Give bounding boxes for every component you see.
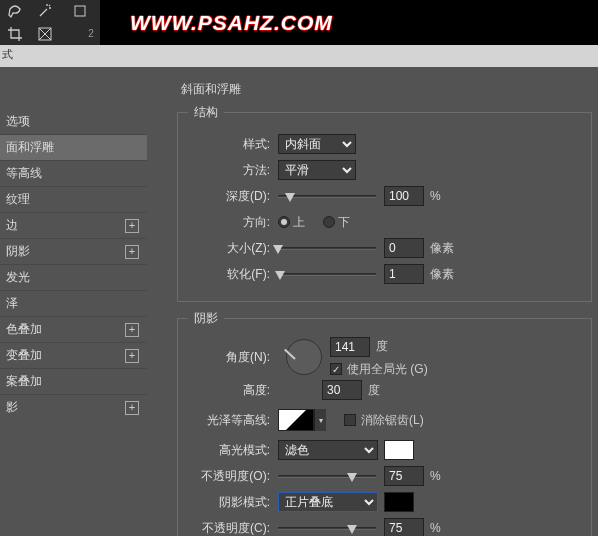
tool-number-indicator: 2 xyxy=(60,23,100,45)
sidebar-item-bevel[interactable]: 面和浮雕 xyxy=(0,134,147,160)
structure-group: 结构 样式: 内斜面 方法: 平滑 深度(D): % 方向: 上 下 xyxy=(177,104,592,302)
antialias-checkbox[interactable] xyxy=(344,414,356,426)
depth-slider[interactable] xyxy=(278,189,376,203)
angle-dial[interactable] xyxy=(286,339,322,375)
angle-unit: 度 xyxy=(376,338,388,355)
technique-select[interactable]: 平滑 xyxy=(278,160,356,180)
sidebar-item-innershadow[interactable]: 阴影+ xyxy=(0,238,147,264)
highlight-color-swatch[interactable] xyxy=(384,440,414,460)
tool-palette: 2 xyxy=(0,0,100,45)
top-toolbar: 2 WWW.PSAHZ.COM xyxy=(0,0,598,45)
global-light-label: 使用全局光 (G) xyxy=(347,361,428,378)
shadow-opacity-label: 不透明度(C): xyxy=(188,520,270,537)
lasso-icon[interactable] xyxy=(0,0,30,22)
shadow-mode-select[interactable]: 正片叠底 xyxy=(278,492,378,512)
direction-down-label: 下 xyxy=(338,214,350,231)
global-light-checkbox[interactable] xyxy=(330,363,342,375)
soften-unit: 像素 xyxy=(430,266,454,283)
size-slider[interactable] xyxy=(278,241,376,255)
slice-icon[interactable] xyxy=(30,23,60,45)
banner-text: WWW.PSAHZ.COM xyxy=(130,11,333,35)
direction-up-label: 上 xyxy=(293,214,305,231)
structure-legend: 结构 xyxy=(188,104,224,121)
panel-title: 斜面和浮雕 xyxy=(181,81,592,98)
soften-label: 软化(F): xyxy=(188,266,270,283)
plus-icon[interactable]: + xyxy=(125,245,139,259)
plus-icon[interactable]: + xyxy=(125,219,139,233)
antialias-label: 消除锯齿(L) xyxy=(361,412,424,429)
angle-input[interactable] xyxy=(330,337,370,357)
settings-panel: 斜面和浮雕 结构 样式: 内斜面 方法: 平滑 深度(D): % 方向: 上 xyxy=(147,67,598,536)
angle-label: 角度(N): xyxy=(188,349,270,366)
altitude-input[interactable] xyxy=(322,380,362,400)
highlight-opacity-unit: % xyxy=(430,469,441,483)
shadow-mode-label: 阴影模式: xyxy=(188,494,270,511)
shadow-color-swatch[interactable] xyxy=(384,492,414,512)
shadow-opacity-input[interactable] xyxy=(384,518,424,536)
banner: WWW.PSAHZ.COM xyxy=(100,0,598,45)
tab-row: 式 xyxy=(0,45,598,67)
svg-rect-0 xyxy=(75,6,85,16)
size-label: 大小(Z): xyxy=(188,240,270,257)
highlight-mode-label: 高光模式: xyxy=(188,442,270,459)
direction-label: 方向: xyxy=(188,214,270,231)
highlight-opacity-slider[interactable] xyxy=(278,469,376,483)
shading-legend: 阴影 xyxy=(188,310,224,327)
sidebar-item-satin[interactable]: 泽 xyxy=(0,290,147,316)
sidebar-item-coloroverlay[interactable]: 色叠加+ xyxy=(0,316,147,342)
depth-unit: % xyxy=(430,189,441,203)
size-unit: 像素 xyxy=(430,240,454,257)
plus-icon[interactable]: + xyxy=(125,349,139,363)
sidebar-item-patternoverlay[interactable]: 案叠加 xyxy=(0,368,147,394)
crop-icon[interactable] xyxy=(0,23,30,45)
shading-group: 阴影 角度(N): 度 使用全局光 (G) 高度: xyxy=(177,310,592,536)
altitude-label: 高度: xyxy=(188,382,270,399)
highlight-opacity-input[interactable] xyxy=(384,466,424,486)
sidebar-item-texture[interactable]: 纹理 xyxy=(0,186,147,212)
soften-input[interactable] xyxy=(384,264,424,284)
gloss-contour-picker[interactable]: ▾ xyxy=(278,409,326,431)
shadow-opacity-unit: % xyxy=(430,521,441,535)
sidebar-item-dropshadow[interactable]: 影+ xyxy=(0,394,147,420)
tool-options-icon[interactable] xyxy=(60,0,100,22)
wand-icon[interactable] xyxy=(30,0,60,22)
size-input[interactable] xyxy=(384,238,424,258)
highlight-opacity-label: 不透明度(O): xyxy=(188,468,270,485)
plus-icon[interactable]: + xyxy=(125,323,139,337)
direction-up-radio[interactable] xyxy=(278,216,290,228)
depth-label: 深度(D): xyxy=(188,188,270,205)
highlight-mode-select[interactable]: 滤色 xyxy=(278,440,378,460)
effects-sidebar: 选项 面和浮雕 等高线 纹理 边+ 阴影+ 发光 泽 色叠加+ 变叠加+ 案叠加… xyxy=(0,67,147,536)
altitude-unit: 度 xyxy=(368,382,380,399)
plus-icon[interactable]: + xyxy=(125,401,139,415)
technique-label: 方法: xyxy=(188,162,270,179)
direction-down-radio[interactable] xyxy=(323,216,335,228)
depth-input[interactable] xyxy=(384,186,424,206)
soften-slider[interactable] xyxy=(278,267,376,281)
shadow-opacity-slider[interactable] xyxy=(278,521,376,535)
sidebar-item-glow[interactable]: 发光 xyxy=(0,264,147,290)
gloss-label: 光泽等高线: xyxy=(188,412,270,429)
sidebar-item-stroke[interactable]: 边+ xyxy=(0,212,147,238)
tab-label[interactable]: 式 xyxy=(2,48,13,60)
sidebar-item-contour[interactable]: 等高线 xyxy=(0,160,147,186)
style-select[interactable]: 内斜面 xyxy=(278,134,356,154)
sidebar-section-label: 选项 xyxy=(0,109,147,134)
sidebar-item-gradientoverlay[interactable]: 变叠加+ xyxy=(0,342,147,368)
style-label: 样式: xyxy=(188,136,270,153)
